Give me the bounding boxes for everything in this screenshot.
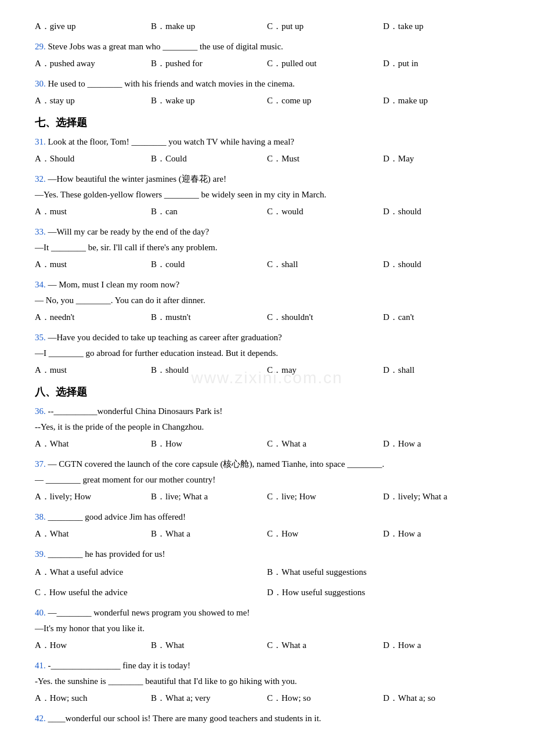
- option-a: A．What a useful advice: [35, 564, 267, 580]
- option-b: B．Could: [151, 151, 267, 167]
- option-a: A．How: [35, 638, 151, 653]
- option-label: A．: [35, 21, 50, 31]
- dialog-text: --__________wonderful China Dinosaurs Pa…: [48, 406, 223, 416]
- dialog-text: -Yes. the sunshine is ________ beautiful…: [35, 676, 297, 686]
- dialog-text: --Yes, it is the pride of the people in …: [35, 422, 204, 431]
- question-number: 29.: [35, 42, 46, 51]
- continuation-text: — ________ great moment for our mother c…: [35, 475, 215, 484]
- question-text: Steve Jobs was a great man who ________ …: [48, 42, 283, 51]
- dialog-line-2: -Yes. the sunshine is ________ beautiful…: [35, 674, 499, 689]
- option-b: B．What: [151, 638, 267, 653]
- question-34: 34. — Mom, must I clean my room now? — N…: [35, 277, 499, 325]
- option-b: B．should: [151, 362, 267, 378]
- option-d: D．How a: [383, 526, 499, 542]
- option-d: D．put in: [383, 56, 499, 71]
- option-b: B．live; What a: [151, 489, 267, 505]
- option-label: B．: [151, 21, 165, 31]
- section-7-title: 七、选择题: [35, 116, 499, 129]
- option-d: D．take up: [383, 19, 499, 34]
- question-number: 30.: [35, 79, 46, 88]
- dialog-text: —Have you decided to take up teaching as…: [48, 333, 282, 342]
- question-number: 42.: [35, 714, 46, 723]
- option-a: A．must: [35, 257, 151, 272]
- dialog-line-2: —I ________ go abroad for further educat…: [35, 345, 499, 361]
- question-29: 29. Steve Jobs was a great man who _____…: [35, 39, 499, 71]
- option-c: C．What a: [267, 638, 383, 653]
- option-d: D．How useful suggestions: [267, 585, 499, 600]
- question-number: 38.: [35, 512, 46, 521]
- option-d: D．make up: [383, 93, 499, 109]
- option-b: B．What a: [151, 526, 267, 542]
- option-c: C．How useful the advice: [35, 585, 267, 600]
- question-text: Look at the floor, Tom! ________ you wat…: [48, 137, 295, 146]
- question-text: ________ he has provided for us!: [48, 549, 165, 559]
- option-a: A．stay up: [35, 93, 151, 109]
- dialog-line-1: 40. —________ wonderful news program you…: [35, 605, 499, 621]
- dialog-line-2: --Yes, it is the pride of the people in …: [35, 419, 499, 435]
- option-a: A．pushed away: [35, 56, 151, 71]
- question-number: 33.: [35, 227, 46, 236]
- option-d: D．can't: [383, 309, 499, 325]
- dialog-text: —Will my car be ready by the end of the …: [48, 227, 210, 236]
- dialog-text: —I ________ go abroad for further educat…: [35, 348, 278, 358]
- dialog-line-2: —It ________ be, sir. I'll call if there…: [35, 240, 499, 255]
- option-a: A．lively; How: [35, 489, 151, 505]
- question-number: 36.: [35, 406, 46, 416]
- question-30: 30. He used to ________ with his friends…: [35, 76, 499, 109]
- option-b: B．What useful suggestions: [267, 564, 499, 580]
- dialog-line-2: — ________ great moment for our mother c…: [35, 472, 499, 488]
- option-d: D．How a: [383, 638, 499, 653]
- question-text: He used to ________ with his friends and…: [48, 79, 295, 88]
- question-42: 42. ____wonderful our school is! There a…: [35, 711, 499, 726]
- question-41: 41. -________________ fine day it is tod…: [35, 658, 499, 706]
- question-text: — CGTN covered the launch of the core ca…: [48, 459, 384, 469]
- option-b: B．mustn't: [151, 309, 267, 325]
- question-number: 35.: [35, 333, 46, 342]
- question-33: 33. —Will my car be ready by the end of …: [35, 224, 499, 272]
- option-b: B．can: [151, 204, 267, 219]
- option-text: give up: [50, 21, 76, 31]
- option-d: D．shall: [383, 362, 499, 378]
- dialog-text: —It ________ be, sir. I'll call if there…: [35, 243, 218, 252]
- option-b: B．could: [151, 257, 267, 272]
- question-37: 37. — CGTN covered the launch of the cor…: [35, 456, 499, 505]
- question-38: 38. ________ good advice Jim has offered…: [35, 509, 499, 542]
- dialog-line-1: 35. —Have you decided to take up teachin…: [35, 330, 499, 345]
- dialog-line-1: 32. —How beautiful the winter jasmines (…: [35, 171, 499, 187]
- dialog-text: —Yes. These golden-yellow flowers ______…: [35, 190, 326, 199]
- option-c: C．pulled out: [267, 56, 383, 71]
- dialog-line-1: 41. -________________ fine day it is tod…: [35, 658, 499, 674]
- option-a: A．must: [35, 362, 151, 378]
- option-d: D．should: [383, 204, 499, 219]
- option-c: C．How: [267, 526, 383, 542]
- dialog-line-2: —It's my honor that you like it.: [35, 621, 499, 636]
- option-b: B．How: [151, 436, 267, 452]
- question-32: 32. —How beautiful the winter jasmines (…: [35, 171, 499, 219]
- question-number: 31.: [35, 137, 46, 146]
- question-number: 34.: [35, 280, 46, 289]
- dialog-text: —________ wonderful news program you sho…: [48, 608, 250, 617]
- question-39: 39. ________ he has provided for us! A．W…: [35, 546, 499, 600]
- option-d: D．should: [383, 257, 499, 272]
- option-d: D．lively; What a: [383, 489, 499, 505]
- question-35: 35. —Have you decided to take up teachin…: [35, 330, 499, 378]
- dialog-text: —How beautiful the winter jasmines (迎春花)…: [48, 174, 226, 183]
- question-36: 36. --__________wonderful China Dinosaur…: [35, 404, 499, 452]
- dialog-line-1: 34. — Mom, must I clean my room now?: [35, 277, 499, 293]
- option-text: make up: [165, 21, 195, 31]
- option-a: A．Should: [35, 151, 151, 167]
- question-number: 40.: [35, 608, 46, 617]
- question-number: 37.: [35, 459, 46, 469]
- question-number: 32.: [35, 174, 46, 183]
- dialog-text: — Mom, must I clean my room now?: [48, 280, 180, 289]
- option-c: C．How; so: [267, 690, 383, 706]
- option-c: C．come up: [267, 93, 383, 109]
- option-a: A．What: [35, 436, 151, 452]
- option-a: A．What: [35, 526, 151, 542]
- dialog-text: -________________ fine day it is today!: [48, 661, 190, 670]
- dialog-text: — No, you ________. You can do it after …: [35, 296, 205, 305]
- option-d: D．How a: [383, 436, 499, 452]
- option-a: A．give up: [35, 19, 151, 34]
- option-a: A．must: [35, 204, 151, 219]
- option-b: B．wake up: [151, 93, 267, 109]
